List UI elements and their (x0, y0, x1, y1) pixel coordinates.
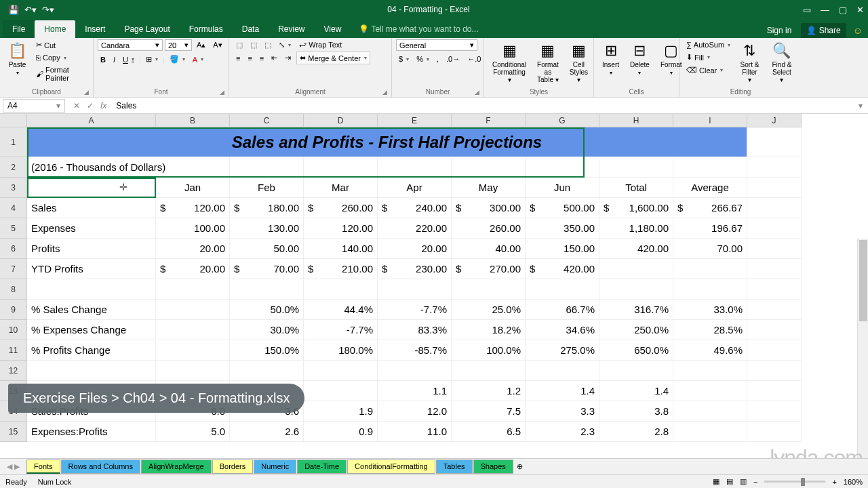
cell[interactable]: 6 (0, 239, 27, 259)
sheet-tab[interactable]: Rows and Columns (61, 460, 140, 474)
cell[interactable] (304, 279, 378, 300)
sheet-tab[interactable]: Borders (212, 460, 254, 474)
cell[interactable]: $240.00 (378, 198, 452, 218)
column-header[interactable]: D (304, 114, 378, 127)
signin-link[interactable]: Sign in (764, 23, 795, 38)
cell[interactable] (673, 381, 747, 401)
cell[interactable] (304, 157, 378, 178)
cell[interactable] (0, 114, 27, 127)
cell[interactable]: Average (673, 178, 747, 198)
cell[interactable]: 33.0% (673, 300, 747, 320)
cell[interactable]: 1 (0, 127, 27, 157)
cell[interactable] (747, 381, 802, 401)
tab-insert[interactable]: Insert (75, 20, 115, 38)
cell[interactable]: $420.00 (526, 259, 599, 279)
wrap-text-button[interactable]: ⮐ Wrap Text (296, 39, 370, 50)
decrease-indent-button[interactable]: ⇤ (269, 52, 280, 64)
view-pagebreak-icon[interactable]: ▥ (740, 477, 747, 486)
cell[interactable]: YTD Profits (27, 259, 156, 279)
insert-cells-button[interactable]: ⊞Insert▾ (598, 39, 623, 79)
cell[interactable] (673, 401, 747, 422)
tab-pagelayout[interactable]: Page Layout (115, 20, 179, 38)
cell[interactable]: % Profits Change (27, 340, 156, 361)
inc-decimal-button[interactable]: .0→ (443, 54, 462, 64)
cell[interactable]: 650.0% (599, 340, 673, 361)
launcher-icon[interactable]: ◢ (220, 89, 224, 96)
cell[interactable] (673, 279, 747, 300)
cell[interactable] (230, 157, 304, 178)
sheet-tab[interactable]: Numeric (254, 460, 296, 474)
cell[interactable]: 275.0% (526, 340, 599, 361)
cell[interactable]: (2016 - Thousands of Dollars) (27, 157, 230, 178)
cell[interactable]: Sales (27, 198, 156, 218)
cell[interactable] (747, 178, 802, 198)
cell[interactable] (230, 279, 304, 300)
clear-button[interactable]: ⌫ Clear (684, 64, 733, 76)
cell[interactable] (673, 157, 747, 178)
cell[interactable]: May (452, 178, 526, 198)
zoom-level[interactable]: 160% (844, 478, 863, 486)
bold-button[interactable]: B (98, 54, 108, 65)
column-header[interactable]: F (452, 114, 526, 127)
cell[interactable]: 100.0% (452, 340, 526, 361)
cell[interactable]: 25.0% (452, 300, 526, 320)
close-icon[interactable]: ✕ (856, 5, 864, 15)
name-box[interactable]: A4▾ (3, 99, 65, 113)
shrink-font-button[interactable]: A▾ (210, 39, 224, 51)
align-right-button[interactable]: ≡ (257, 53, 267, 64)
cell[interactable] (304, 361, 378, 381)
cell[interactable]: 40.00 (452, 239, 526, 259)
cell[interactable] (599, 259, 673, 279)
cell[interactable] (747, 198, 802, 218)
dec-decimal-button[interactable]: ←.0 (465, 54, 484, 64)
vertical-scrollbar[interactable] (857, 239, 868, 460)
cell[interactable]: 120.00 (304, 218, 378, 239)
cell[interactable]: 3.8 (599, 401, 673, 422)
cell[interactable]: 1.9 (304, 401, 378, 422)
share-button[interactable]: 👤 Share (801, 23, 846, 38)
launcher-icon[interactable]: ◢ (84, 89, 89, 96)
cell[interactable]: 3 (0, 178, 27, 198)
cell[interactable]: % Expenses Change (27, 320, 156, 340)
cell[interactable] (27, 279, 156, 300)
cell[interactable]: 350.00 (526, 218, 599, 239)
cell[interactable]: 2.8 (599, 422, 673, 442)
align-left-button[interactable]: ≡ (233, 53, 243, 64)
cell[interactable]: Expenses:Profits (27, 422, 156, 442)
cell[interactable]: $20.00 (156, 259, 230, 279)
cell-styles-button[interactable]: ▦CellStyles ▾ (566, 39, 592, 86)
column-header[interactable]: C (230, 114, 304, 127)
cell[interactable]: 196.67 (673, 218, 747, 239)
cell[interactable]: $70.00 (230, 259, 304, 279)
cell[interactable]: 12.0 (378, 401, 452, 422)
cell[interactable]: 250.0% (599, 320, 673, 340)
cell[interactable] (526, 279, 599, 300)
cell[interactable] (452, 279, 526, 300)
cell[interactable] (230, 361, 304, 381)
cell[interactable]: $260.00 (304, 198, 378, 218)
zoom-in-icon[interactable]: + (832, 478, 836, 486)
cell[interactable] (452, 361, 526, 381)
zoom-slider[interactable] (764, 481, 825, 483)
maximize-icon[interactable]: ▢ (839, 5, 847, 15)
cell[interactable]: Expenses (27, 218, 156, 239)
cell[interactable]: 100.00 (156, 218, 230, 239)
cell[interactable]: 18.2% (452, 320, 526, 340)
feedback-icon[interactable]: ☺ (853, 25, 863, 36)
cell[interactable]: Mar (304, 178, 378, 198)
cell[interactable]: Feb (230, 178, 304, 198)
cell[interactable]: 1.2 (452, 381, 526, 401)
redo-icon[interactable]: ↷▾ (42, 5, 54, 15)
sheet-tab[interactable]: Fonts (26, 460, 60, 474)
italic-button[interactable]: I (111, 54, 118, 65)
tab-home[interactable]: Home (35, 20, 75, 38)
autosum-button[interactable]: ∑ AutoSum (684, 39, 733, 50)
cell[interactable]: 420.00 (599, 239, 673, 259)
cell[interactable]: -7.7% (304, 320, 378, 340)
cell[interactable]: Profits (27, 239, 156, 259)
cell[interactable] (156, 340, 230, 361)
cell[interactable] (747, 340, 802, 361)
cell[interactable]: 28.5% (673, 320, 747, 340)
number-format-select[interactable]: General▾ (396, 39, 477, 51)
align-middle-button[interactable]: ⬚ (248, 39, 260, 51)
